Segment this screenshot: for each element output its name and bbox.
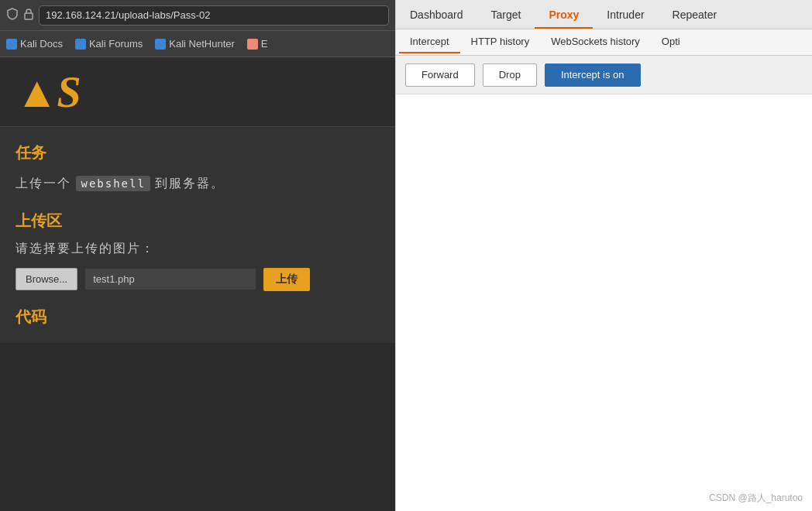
upload-section-title: 上传区 bbox=[15, 211, 380, 231]
lock-icon bbox=[23, 8, 34, 22]
subtab-intercept[interactable]: Intercept bbox=[399, 31, 460, 53]
bookmark-kali-forums[interactable]: Kali Forums bbox=[75, 38, 143, 50]
tab-repeater[interactable]: Repeater bbox=[659, 2, 731, 29]
site-logo: ▲S bbox=[15, 70, 80, 114]
burp-panel: Dashboard Target Proxy Intruder Repeater… bbox=[395, 0, 812, 511]
webshell-badge: webshell bbox=[76, 176, 150, 191]
subtab-http-history[interactable]: HTTP history bbox=[460, 31, 541, 53]
kali-forums-icon bbox=[75, 39, 86, 50]
tab-target[interactable]: Target bbox=[477, 2, 535, 29]
forward-button[interactable]: Forward bbox=[405, 63, 475, 87]
task-section-title: 任务 bbox=[15, 142, 380, 163]
tab-proxy[interactable]: Proxy bbox=[535, 2, 593, 29]
page-main-content: 任务 上传一个 webshell 到服务器。 上传区 请选择要上传的图片： Br… bbox=[0, 127, 395, 343]
url-bar[interactable]: 192.168.124.21/upload-labs/Pass-02 bbox=[39, 5, 389, 26]
bookmark-label: Kali Docs bbox=[20, 38, 63, 50]
upload-row: Browse... test1.php 上传 bbox=[15, 268, 380, 291]
browser-nav-icons bbox=[6, 8, 34, 22]
watermark: CSDN @路人_harutoo bbox=[709, 492, 803, 505]
logo-area: ▲S bbox=[0, 57, 395, 127]
tab-intruder[interactable]: Intruder bbox=[593, 2, 658, 29]
subtab-options[interactable]: Opti bbox=[651, 31, 691, 53]
task-description: 上传一个 webshell 到服务器。 bbox=[15, 173, 380, 195]
browse-button[interactable]: Browse... bbox=[15, 268, 77, 290]
bookmark-kali-docs[interactable]: Kali Docs bbox=[6, 38, 63, 50]
task-text-part2: 到服务器。 bbox=[155, 177, 225, 190]
burp-sub-nav: Intercept HTTP history WebSockets histor… bbox=[396, 29, 812, 56]
url-text: 192.168.124.21/upload-labs/Pass-02 bbox=[46, 9, 211, 21]
intercept-toggle-button[interactable]: Intercept is on bbox=[545, 63, 641, 87]
bookmarks-bar: Kali Docs Kali Forums Kali NetHunter E bbox=[0, 31, 395, 57]
burp-top-nav: Dashboard Target Proxy Intruder Repeater bbox=[396, 0, 812, 29]
browser-toolbar: 192.168.124.21/upload-labs/Pass-02 bbox=[0, 0, 395, 31]
svg-rect-0 bbox=[25, 13, 33, 19]
file-name-display: test1.php bbox=[85, 269, 256, 290]
kali-docs-icon bbox=[6, 39, 17, 50]
bookmark-kali-nethunter[interactable]: Kali NetHunter bbox=[155, 38, 235, 50]
shield-icon bbox=[6, 8, 19, 22]
bookmark-label: Kali NetHunter bbox=[169, 38, 235, 50]
intercept-content-area bbox=[396, 94, 812, 511]
upload-label: 请选择要上传的图片： bbox=[15, 241, 380, 257]
task-text-part1: 上传一个 bbox=[15, 177, 71, 190]
bookmark-e-icon bbox=[247, 39, 258, 50]
upload-submit-button[interactable]: 上传 bbox=[263, 268, 310, 291]
drop-button[interactable]: Drop bbox=[483, 63, 537, 87]
bookmark-label: E bbox=[261, 38, 268, 50]
code-section-title: 代码 bbox=[15, 307, 380, 328]
subtab-websockets-history[interactable]: WebSockets history bbox=[540, 31, 651, 53]
kali-nethunter-icon bbox=[155, 39, 166, 50]
intercept-toolbar: Forward Drop Intercept is on bbox=[396, 56, 812, 94]
bookmark-e[interactable]: E bbox=[247, 38, 268, 50]
tab-dashboard[interactable]: Dashboard bbox=[396, 2, 477, 29]
browser-panel: 192.168.124.21/upload-labs/Pass-02 Kali … bbox=[0, 0, 395, 511]
bookmark-label: Kali Forums bbox=[89, 38, 143, 50]
